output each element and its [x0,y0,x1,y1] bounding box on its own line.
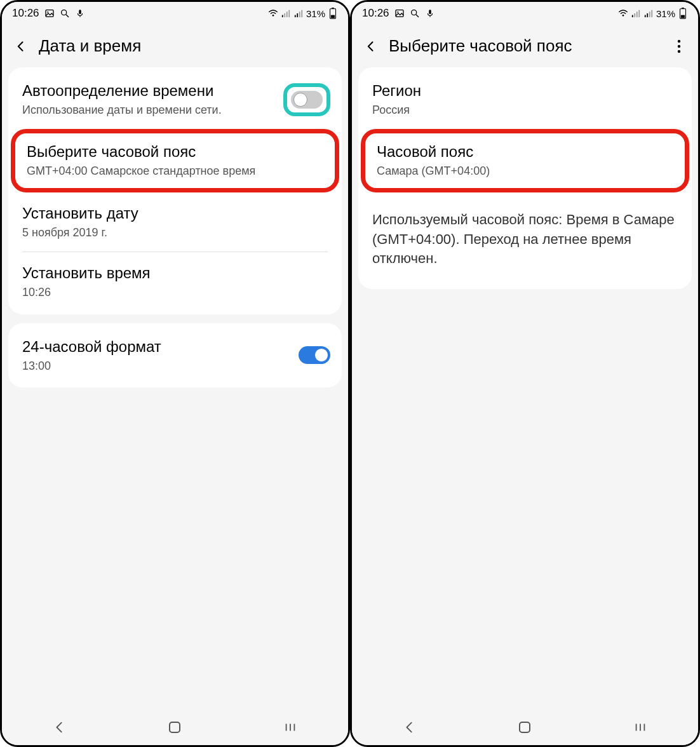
row-region[interactable]: Регион Россия [358,70,692,129]
status-time: 10:26 [12,7,39,20]
nav-home-button[interactable] [493,715,556,740]
row-title: Выберите часовой пояс [27,142,323,161]
svg-point-23 [397,11,398,13]
svg-rect-30 [634,13,635,17]
row-24h-format[interactable]: 24-часовой формат 13:00 [8,326,342,385]
svg-point-42 [678,50,680,52]
row-sub: 10:26 [22,285,328,300]
svg-point-2 [61,10,66,15]
svg-point-24 [411,10,416,15]
image-icon [44,8,55,18]
signal1-icon [631,8,641,18]
row-sub: Самара (GMT+04:00) [377,164,673,178]
nav-recents-button[interactable] [609,715,672,740]
back-button[interactable] [362,37,380,55]
svg-rect-9 [286,11,288,17]
svg-rect-17 [331,15,335,18]
status-bar: 10:26 31% [352,2,698,25]
battery-icon [678,8,688,18]
signal2-icon [293,8,304,18]
toggle-wrap [299,346,330,364]
nav-back-button[interactable] [28,715,91,740]
row-title: Установить время [22,264,328,283]
highlight-red: Выберите часовой пояс GMT+04:00 Самарско… [11,129,339,192]
status-time: 10:26 [362,7,389,20]
svg-rect-33 [645,15,646,18]
mic-icon [425,8,435,18]
svg-rect-35 [649,11,650,17]
svg-rect-34 [647,13,648,17]
row-sub: 5 ноября 2019 г. [22,225,328,240]
svg-rect-14 [301,10,302,17]
format-24h-toggle[interactable] [299,346,330,364]
row-timezone[interactable]: Часовой пояс Самара (GMT+04:00) [365,133,685,187]
phone-right: 10:26 31% Выберите часовой пояс Регион Р… [350,0,700,747]
battery-icon [328,8,338,18]
phone-left: 10:26 31% Дата и время Автоопределение в… [0,0,350,747]
svg-rect-11 [295,15,296,18]
row-set-time[interactable]: Установить время 10:26 [8,252,342,311]
header: Дата и время [2,25,348,67]
row-sub: Россия [372,103,678,118]
auto-time-toggle[interactable] [291,91,323,109]
back-button[interactable] [12,37,30,55]
signal1-icon [281,8,291,18]
page-title: Дата и время [39,36,141,56]
row-sub: 13:00 [22,359,328,374]
row-sub: Использование даты и времени сети. [22,103,328,118]
timezone-info-text: Используемый часовой пояс: Время в Самар… [358,192,692,286]
nav-home-button[interactable] [143,715,206,740]
svg-line-25 [416,15,419,17]
svg-point-6 [273,15,274,17]
header: Выберите часовой пояс [352,25,698,67]
signal2-icon [643,8,654,18]
settings-list: Регион Россия Часовой пояс Самара (GMT+0… [352,67,698,710]
search-icon [60,8,70,18]
battery-percent: 31% [656,8,675,19]
row-set-date[interactable]: Установить дату 5 ноября 2019 г. [8,192,342,252]
svg-rect-39 [681,15,685,18]
card-format: 24-часовой формат 13:00 [8,323,342,387]
more-button[interactable] [670,37,688,55]
svg-point-41 [678,44,680,47]
battery-percent: 31% [306,8,325,19]
nav-recents-button[interactable] [259,715,322,740]
svg-point-28 [623,15,624,17]
svg-rect-4 [79,10,81,14]
row-title: 24-часовой формат [22,337,328,356]
wifi-icon [618,8,628,18]
settings-list: Автоопределение времени Использование да… [2,67,348,710]
svg-rect-7 [282,15,283,18]
row-title: Установить дату [22,204,328,223]
row-title: Часовой пояс [377,142,673,161]
svg-rect-13 [299,11,300,17]
nav-bar [352,710,698,745]
svg-point-1 [47,11,48,13]
svg-point-40 [678,39,680,42]
status-bar: 10:26 31% [2,2,348,25]
wifi-icon [268,8,278,18]
svg-rect-26 [429,10,431,14]
svg-rect-43 [520,722,530,732]
search-icon [410,8,420,18]
svg-rect-32 [638,10,640,17]
image-icon [394,8,405,18]
svg-rect-31 [636,11,638,17]
svg-rect-36 [651,10,652,17]
nav-back-button[interactable] [378,715,441,740]
mic-icon [75,8,85,18]
row-auto-time[interactable]: Автоопределение времени Использование да… [8,70,342,129]
svg-rect-8 [284,13,285,17]
svg-rect-12 [297,13,298,17]
page-title: Выберите часовой пояс [389,36,572,56]
row-title: Регион [372,81,678,100]
nav-bar [2,710,348,745]
card-timezone: Регион Россия Часовой пояс Самара (GMT+0… [358,67,692,289]
highlight-cyan [283,83,330,116]
card-main: Автоопределение времени Использование да… [8,67,342,314]
row-sub: GMT+04:00 Самарское стандартное время [27,164,323,178]
svg-line-3 [66,15,69,17]
svg-rect-18 [170,722,180,732]
row-select-timezone[interactable]: Выберите часовой пояс GMT+04:00 Самарско… [15,133,335,187]
highlight-red: Часовой пояс Самара (GMT+04:00) [361,129,689,192]
